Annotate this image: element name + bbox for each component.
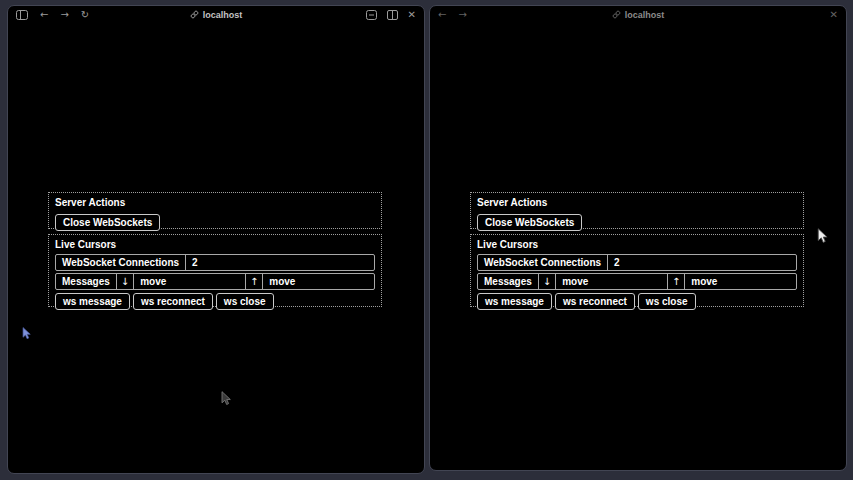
server-actions-panel: Server Actions Close WebSockets bbox=[48, 192, 382, 229]
page-title: localhost bbox=[625, 10, 665, 20]
connections-row: WebSocket Connections 2 bbox=[55, 254, 375, 271]
connections-row: WebSocket Connections 2 bbox=[477, 254, 797, 271]
messages-label: Messages bbox=[56, 274, 117, 289]
page-title: localhost bbox=[203, 10, 243, 20]
messages-row: Messages ↓ move ↑ move bbox=[477, 273, 797, 290]
browser-window-right: ← → localhost ✕ Server Actions Close Web… bbox=[429, 5, 847, 471]
ws-buttons-row: ws message ws reconnect ws close bbox=[474, 293, 800, 310]
last-received-message: move bbox=[556, 274, 668, 289]
up-arrow-icon: ↑ bbox=[246, 274, 263, 289]
last-received-message: move bbox=[134, 274, 246, 289]
live-cursors-panel: Live Cursors WebSocket Connections 2 Mes… bbox=[48, 234, 382, 307]
split-view-icon[interactable] bbox=[387, 10, 398, 20]
up-arrow-icon: ↑ bbox=[668, 274, 685, 289]
messages-label: Messages bbox=[478, 274, 539, 289]
titlebar-right-controls: ✕ bbox=[366, 10, 416, 20]
ws-reconnect-button[interactable]: ws reconnect bbox=[555, 293, 635, 310]
live-cursors-title: Live Cursors bbox=[55, 239, 376, 250]
titlebar-left-controls: ← → ↻ bbox=[16, 10, 89, 20]
down-arrow-icon: ↓ bbox=[539, 274, 556, 289]
connections-label: WebSocket Connections bbox=[56, 255, 186, 270]
back-icon[interactable]: ← bbox=[438, 10, 446, 20]
titlebar-right-controls: ✕ bbox=[830, 10, 838, 20]
back-icon[interactable]: ← bbox=[40, 10, 48, 20]
connections-label: WebSocket Connections bbox=[478, 255, 608, 270]
titlebar-left-controls: ← → bbox=[438, 10, 467, 20]
link-icon bbox=[612, 10, 621, 19]
page-settings-icon[interactable] bbox=[366, 10, 377, 20]
forward-icon[interactable]: → bbox=[458, 10, 466, 20]
address-display: localhost bbox=[430, 6, 846, 23]
ws-reconnect-button[interactable]: ws reconnect bbox=[133, 293, 213, 310]
last-sent-message: move bbox=[685, 274, 796, 289]
forward-icon[interactable]: → bbox=[60, 10, 68, 20]
server-actions-title: Server Actions bbox=[55, 197, 376, 208]
sidebar-icon[interactable] bbox=[16, 10, 28, 20]
ws-message-button[interactable]: ws message bbox=[477, 293, 552, 310]
server-actions-panel: Server Actions Close WebSockets bbox=[470, 192, 804, 229]
ws-close-button[interactable]: ws close bbox=[638, 293, 696, 310]
titlebar[interactable]: ← → ↻ localhost bbox=[8, 6, 424, 23]
server-actions-title: Server Actions bbox=[477, 197, 798, 208]
close-icon[interactable]: ✕ bbox=[830, 10, 838, 20]
connections-count: 2 bbox=[186, 255, 374, 270]
close-icon[interactable]: ✕ bbox=[408, 10, 416, 20]
close-websockets-button[interactable]: Close WebSockets bbox=[55, 214, 160, 231]
connections-count: 2 bbox=[608, 255, 796, 270]
ws-buttons-row: ws message ws reconnect ws close bbox=[52, 293, 378, 310]
reload-icon[interactable]: ↻ bbox=[81, 10, 89, 20]
live-cursors-title: Live Cursors bbox=[477, 239, 798, 250]
link-icon bbox=[190, 10, 199, 19]
browser-window-left: ← → ↻ localhost bbox=[7, 5, 425, 474]
ws-message-button[interactable]: ws message bbox=[55, 293, 130, 310]
live-cursors-panel: Live Cursors WebSocket Connections 2 Mes… bbox=[470, 234, 804, 307]
titlebar[interactable]: ← → localhost ✕ bbox=[430, 6, 846, 23]
close-websockets-button[interactable]: Close WebSockets bbox=[477, 214, 582, 231]
ws-close-button[interactable]: ws close bbox=[216, 293, 274, 310]
down-arrow-icon: ↓ bbox=[117, 274, 134, 289]
messages-row: Messages ↓ move ↑ move bbox=[55, 273, 375, 290]
last-sent-message: move bbox=[263, 274, 374, 289]
